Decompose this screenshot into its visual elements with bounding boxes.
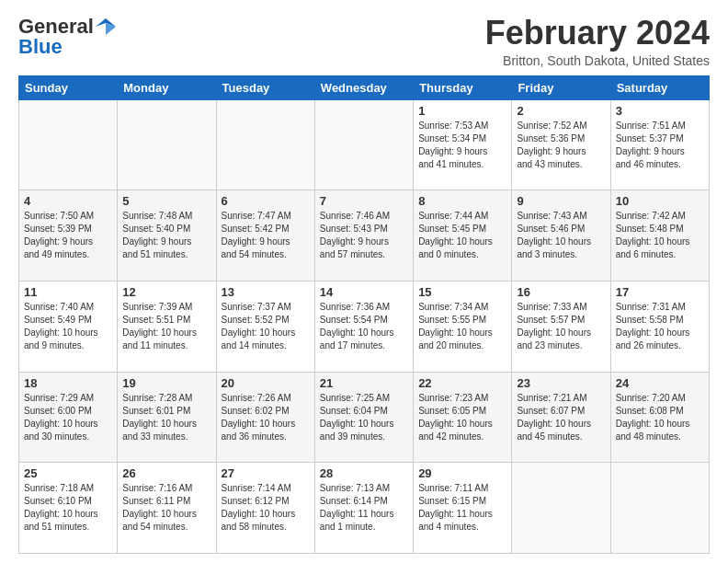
day-number: 23 [517,376,605,390]
calendar-table: Sunday Monday Tuesday Wednesday Thursday… [18,75,710,554]
day-number: 20 [222,376,310,390]
day-info: Sunrise: 7:20 AMSunset: 6:08 PMDaylight:… [616,392,704,443]
table-row: 6Sunrise: 7:47 AMSunset: 5:42 PMDaylight… [216,190,314,282]
day-number: 26 [122,466,210,480]
day-info: Sunrise: 7:47 AMSunset: 5:42 PMDaylight:… [222,210,310,261]
table-row: 2Sunrise: 7:52 AMSunset: 5:36 PMDaylight… [512,99,610,190]
table-row: 11Sunrise: 7:40 AMSunset: 5:49 PMDayligh… [19,281,118,372]
table-row: 27Sunrise: 7:14 AMSunset: 6:12 PMDayligh… [216,463,314,554]
table-row [118,99,216,190]
day-number: 4 [24,194,112,208]
col-saturday: Saturday [610,75,709,99]
logo: General Blue [18,15,116,59]
table-row: 5Sunrise: 7:48 AMSunset: 5:40 PMDaylight… [118,190,216,282]
day-info: Sunrise: 7:46 AMSunset: 5:43 PMDaylight:… [320,210,408,261]
day-info: Sunrise: 7:33 AMSunset: 5:57 PMDaylight:… [517,301,605,352]
day-number: 11 [24,285,112,299]
day-info: Sunrise: 7:37 AMSunset: 5:52 PMDaylight:… [222,301,310,352]
table-row [216,99,314,190]
table-row: 18Sunrise: 7:29 AMSunset: 6:00 PMDayligh… [19,372,118,463]
table-row: 13Sunrise: 7:37 AMSunset: 5:52 PMDayligh… [216,281,314,372]
day-info: Sunrise: 7:43 AMSunset: 5:46 PMDaylight:… [517,210,605,261]
day-info: Sunrise: 7:13 AMSunset: 6:14 PMDaylight:… [320,482,408,534]
col-wednesday: Wednesday [314,75,413,99]
day-info: Sunrise: 7:14 AMSunset: 6:12 PMDaylight:… [222,482,310,534]
day-number: 1 [418,104,506,118]
day-number: 18 [24,376,112,390]
day-number: 9 [517,194,605,208]
day-number: 5 [122,194,210,208]
day-number: 7 [320,194,408,208]
day-info: Sunrise: 7:31 AMSunset: 5:58 PMDaylight:… [616,301,704,352]
col-sunday: Sunday [19,75,118,99]
header: General Blue February 2024 Britton, Sout… [18,15,710,68]
logo-blue: Blue [18,35,63,59]
table-row [19,99,118,190]
day-info: Sunrise: 7:53 AMSunset: 5:34 PMDaylight:… [418,120,506,171]
table-row: 14Sunrise: 7:36 AMSunset: 5:54 PMDayligh… [314,281,413,372]
col-monday: Monday [118,75,216,99]
table-row: 8Sunrise: 7:44 AMSunset: 5:45 PMDaylight… [414,190,512,282]
table-row: 4Sunrise: 7:50 AMSunset: 5:39 PMDaylight… [19,190,118,282]
day-info: Sunrise: 7:23 AMSunset: 6:05 PMDaylight:… [418,392,506,443]
day-number: 14 [320,285,408,299]
table-row [314,99,413,190]
day-info: Sunrise: 7:16 AMSunset: 6:11 PMDaylight:… [122,482,210,534]
table-row: 12Sunrise: 7:39 AMSunset: 5:51 PMDayligh… [118,281,216,372]
day-info: Sunrise: 7:18 AMSunset: 6:10 PMDaylight:… [24,482,112,534]
day-info: Sunrise: 7:44 AMSunset: 5:45 PMDaylight:… [418,210,506,261]
calendar-week-row: 11Sunrise: 7:40 AMSunset: 5:49 PMDayligh… [19,281,710,372]
table-row: 25Sunrise: 7:18 AMSunset: 6:10 PMDayligh… [19,463,118,554]
day-number: 16 [517,285,605,299]
table-row: 29Sunrise: 7:11 AMSunset: 6:15 PMDayligh… [414,463,512,554]
table-row: 28Sunrise: 7:13 AMSunset: 6:14 PMDayligh… [314,463,413,554]
day-number: 2 [517,104,605,118]
day-info: Sunrise: 7:11 AMSunset: 6:15 PMDaylight:… [418,482,506,534]
table-row: 20Sunrise: 7:26 AMSunset: 6:02 PMDayligh… [216,372,314,463]
table-row [610,463,709,554]
table-row: 9Sunrise: 7:43 AMSunset: 5:46 PMDaylight… [512,190,610,282]
table-row: 15Sunrise: 7:34 AMSunset: 5:55 PMDayligh… [414,281,512,372]
day-number: 17 [616,285,704,299]
table-row: 10Sunrise: 7:42 AMSunset: 5:48 PMDayligh… [610,190,709,282]
day-number: 27 [222,466,310,480]
day-info: Sunrise: 7:34 AMSunset: 5:55 PMDaylight:… [418,301,506,352]
day-number: 10 [616,194,704,208]
logo-bird-icon [96,18,116,35]
day-number: 15 [418,285,506,299]
day-info: Sunrise: 7:29 AMSunset: 6:00 PMDaylight:… [24,392,112,443]
location: Britton, South Dakota, United States [485,53,710,68]
day-info: Sunrise: 7:25 AMSunset: 6:04 PMDaylight:… [320,392,408,443]
title-section: February 2024 Britton, South Dakota, Uni… [485,15,710,68]
table-row: 21Sunrise: 7:25 AMSunset: 6:04 PMDayligh… [314,372,413,463]
day-number: 24 [616,376,704,390]
calendar-week-row: 18Sunrise: 7:29 AMSunset: 6:00 PMDayligh… [19,372,710,463]
table-row: 26Sunrise: 7:16 AMSunset: 6:11 PMDayligh… [118,463,216,554]
day-info: Sunrise: 7:51 AMSunset: 5:37 PMDaylight:… [616,120,704,171]
month-title: February 2024 [485,15,710,52]
day-number: 25 [24,466,112,480]
day-info: Sunrise: 7:50 AMSunset: 5:39 PMDaylight:… [24,210,112,261]
page: General Blue February 2024 Britton, Sout… [0,0,728,563]
day-info: Sunrise: 7:28 AMSunset: 6:01 PMDaylight:… [122,392,210,443]
calendar-week-row: 1Sunrise: 7:53 AMSunset: 5:34 PMDaylight… [19,99,710,190]
day-info: Sunrise: 7:39 AMSunset: 5:51 PMDaylight:… [122,301,210,352]
table-row: 17Sunrise: 7:31 AMSunset: 5:58 PMDayligh… [610,281,709,372]
day-info: Sunrise: 7:40 AMSunset: 5:49 PMDaylight:… [24,301,112,352]
table-row: 23Sunrise: 7:21 AMSunset: 6:07 PMDayligh… [512,372,610,463]
calendar-week-row: 4Sunrise: 7:50 AMSunset: 5:39 PMDaylight… [19,190,710,282]
table-row: 24Sunrise: 7:20 AMSunset: 6:08 PMDayligh… [610,372,709,463]
table-row: 3Sunrise: 7:51 AMSunset: 5:37 PMDaylight… [610,99,709,190]
day-info: Sunrise: 7:36 AMSunset: 5:54 PMDaylight:… [320,301,408,352]
day-info: Sunrise: 7:48 AMSunset: 5:40 PMDaylight:… [122,210,210,261]
day-number: 6 [222,194,310,208]
day-number: 19 [122,376,210,390]
day-number: 29 [418,466,506,480]
day-number: 8 [418,194,506,208]
table-row: 16Sunrise: 7:33 AMSunset: 5:57 PMDayligh… [512,281,610,372]
day-info: Sunrise: 7:42 AMSunset: 5:48 PMDaylight:… [616,210,704,261]
col-thursday: Thursday [414,75,512,99]
calendar-header-row: Sunday Monday Tuesday Wednesday Thursday… [19,75,710,99]
table-row: 1Sunrise: 7:53 AMSunset: 5:34 PMDaylight… [414,99,512,190]
table-row [512,463,610,554]
